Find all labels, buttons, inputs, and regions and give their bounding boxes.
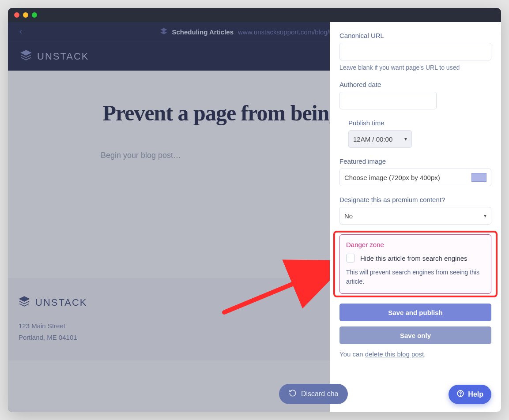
help-icon [456,390,464,399]
canonical-url-helper: Leave blank if you want page's URL to us… [339,64,491,71]
featured-image-text: Choose image (720px by 400px) [344,174,468,181]
window-minimize-button[interactable] [23,12,28,18]
image-thumb-icon [471,173,486,182]
discard-label: Discard cha [301,390,338,398]
discard-changes-button[interactable]: Discard cha [279,384,348,404]
delete-blog-post-link[interactable]: delete this blog post [365,350,424,358]
publish-time-value: 12AM / 00:00 [353,135,392,143]
premium-select[interactable]: No ▾ [339,207,491,225]
featured-image-picker[interactable]: Choose image (720px by 400px) [339,169,491,186]
brand-name: UNSTACK [37,51,89,62]
danger-zone-title: Danger zone [346,241,485,248]
canonical-url-label: Canonical URL [339,32,491,39]
delete-prefix: You can [339,350,365,358]
brand-logo[interactable]: UNSTACK [20,49,89,64]
delete-suffix: . [424,350,426,358]
footer-brand-name: UNSTACK [35,297,87,308]
settings-sidepanel: Canonical URL Leave blank if you want pa… [330,22,501,412]
window-close-button[interactable] [14,12,19,18]
window-maximize-button[interactable] [32,12,37,18]
stack-icon [20,49,32,64]
authored-date-input[interactable] [339,92,437,109]
premium-value: No [344,212,353,220]
hide-from-search-label: Hide this article from search engines [360,255,468,262]
chevron-down-icon: ▾ [484,213,486,219]
titlebar [8,8,501,22]
field-premium: Designate this as premium content? No ▾ [339,196,491,225]
publish-time-label: Publish time [348,119,491,127]
hide-from-search-row[interactable]: Hide this article from search engines [346,254,485,262]
premium-label: Designate this as premium content? [339,196,491,203]
app-window: Scheduling Articles www.unstacksupport.c… [8,8,501,412]
publish-time-select[interactable]: 12AM / 00:00 ▾ [348,130,412,148]
help-label: Help [468,390,483,398]
svg-point-2 [460,395,461,395]
stack-icon [160,27,168,37]
topbar-title: Scheduling Articles [172,28,234,36]
canonical-url-input[interactable] [339,43,491,60]
save-only-button[interactable]: Save only [339,326,491,344]
featured-image-label: Featured image [339,158,491,165]
field-canonical-url: Canonical URL Leave blank if you want pa… [339,32,491,71]
hide-from-search-checkbox[interactable] [346,254,355,262]
danger-zone: Danger zone Hide this article from searc… [339,234,491,294]
undo-icon [289,389,297,399]
field-featured-image: Featured image Choose image (720px by 40… [339,158,491,186]
field-authored-date: Authored date [339,81,491,109]
chevron-down-icon: ▾ [404,136,407,142]
danger-zone-description: This will prevent search engines from se… [346,268,485,286]
back-button[interactable] [15,26,26,38]
stack-icon [19,296,30,310]
authored-date-label: Authored date [339,81,491,88]
delete-line: You can delete this blog post. [339,350,491,358]
help-button[interactable]: Help [449,385,491,404]
field-publish-time: Publish time 12AM / 00:00 ▾ [339,119,491,148]
save-and-publish-button[interactable]: Save and publish [339,304,491,321]
